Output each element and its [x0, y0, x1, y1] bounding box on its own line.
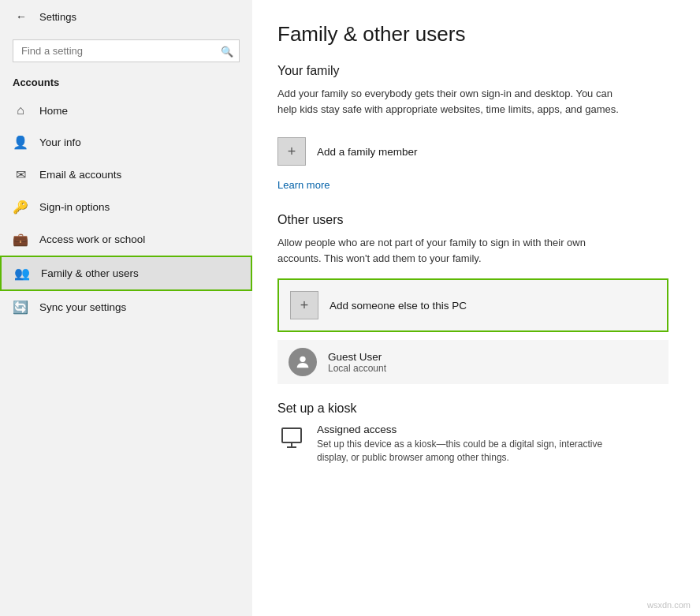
sidebar-item-family-users[interactable]: 👥 Family & other users: [0, 256, 252, 291]
kiosk-title: Set up a kiosk: [277, 401, 668, 416]
sidebar-item-label: Home: [39, 105, 68, 117]
other-users-description: Allow people who are not part of your fa…: [277, 235, 624, 266]
sidebar-item-label: Family & other users: [41, 267, 139, 279]
learn-more-link[interactable]: Learn more: [277, 179, 330, 191]
kiosk-section: Set up a kiosk Assigned access Set up th…: [277, 401, 668, 465]
group-icon: 👥: [14, 266, 30, 281]
briefcase-icon: 💼: [13, 232, 28, 247]
window-title: Settings: [39, 11, 76, 23]
sidebar-item-work-school[interactable]: 💼 Access work or school: [0, 223, 252, 256]
sidebar-section-header: Accounts: [0, 73, 252, 95]
sidebar-item-sync-settings[interactable]: 🔄 Sync your settings: [0, 291, 252, 323]
sidebar-item-email-accounts[interactable]: ✉ Email & accounts: [0, 159, 252, 191]
add-someone-else-button[interactable]: + Add someone else to this PC: [277, 278, 668, 332]
main-content: Family & other users Your family Add you…: [252, 0, 700, 616]
user-name: Guest User: [328, 351, 386, 363]
page-title: Family & other users: [277, 22, 668, 47]
svg-point-0: [300, 357, 305, 362]
other-users-section: Other users Allow people who are not par…: [277, 213, 668, 384]
email-icon: ✉: [13, 167, 28, 182]
plus-icon: +: [290, 291, 318, 319]
user-info: Guest User Local account: [328, 351, 386, 374]
key-icon: 🔑: [13, 200, 28, 215]
sync-icon: 🔄: [13, 300, 28, 315]
avatar: [289, 348, 317, 376]
plus-icon: +: [277, 137, 306, 166]
svg-rect-1: [282, 428, 301, 442]
back-button[interactable]: ←: [13, 9, 30, 24]
search-container: 🔍: [13, 39, 240, 62]
kiosk-text: Assigned access Set up this device as a …: [317, 424, 616, 465]
add-family-member-button[interactable]: + Add a family member: [277, 129, 668, 174]
title-bar: ← Settings: [0, 0, 252, 33]
user-type: Local account: [328, 363, 386, 374]
kiosk-assigned-title: Assigned access: [317, 424, 616, 435]
sidebar-item-label: Access work or school: [39, 233, 145, 245]
sidebar: ← Settings 🔍 Accounts ⌂ Home 👤 Your info…: [0, 0, 252, 616]
kiosk-icon: [277, 425, 306, 455]
sidebar-item-label: Your info: [39, 136, 81, 148]
sidebar-item-label: Sign-in options: [39, 201, 110, 213]
home-icon: ⌂: [13, 103, 28, 118]
sidebar-item-your-info[interactable]: 👤 Your info: [0, 126, 252, 159]
sidebar-item-label: Sync your settings: [39, 301, 126, 313]
kiosk-row: Assigned access Set up this device as a …: [277, 424, 668, 465]
other-users-title: Other users: [277, 213, 668, 227]
sidebar-item-label: Email & accounts: [39, 169, 121, 181]
person-icon: 👤: [13, 135, 28, 150]
sidebar-item-sign-in[interactable]: 🔑 Sign-in options: [0, 191, 252, 223]
your-family-description: Add your family so everybody gets their …: [277, 86, 624, 117]
your-family-title: Your family: [277, 64, 668, 78]
search-input[interactable]: [13, 39, 240, 62]
kiosk-description: Set up this device as a kiosk—this could…: [317, 438, 616, 465]
user-row[interactable]: Guest User Local account: [277, 340, 668, 384]
sidebar-item-home[interactable]: ⌂ Home: [0, 95, 252, 126]
search-icon: 🔍: [221, 45, 233, 57]
add-family-label: Add a family member: [317, 146, 418, 158]
add-someone-label: Add someone else to this PC: [330, 300, 467, 312]
